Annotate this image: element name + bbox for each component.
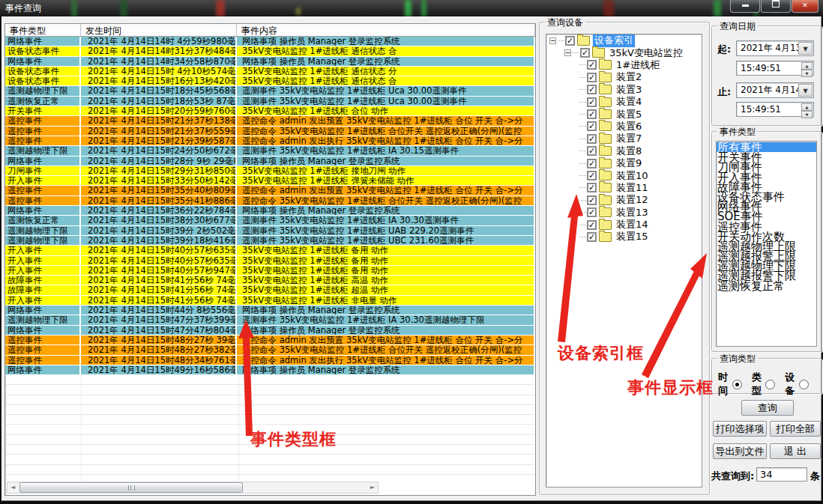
checkbox-checked-icon[interactable]: ✓ <box>587 207 597 217</box>
dropdown-arrow-icon[interactable]: ▼ <box>798 42 813 55</box>
table-row[interactable]: 遥控事件 2021年 4月14日15时21分37秒559毫秒 遥控命令 35kV… <box>5 127 535 136</box>
start-date-picker[interactable]: 2021年 4月13日 ▼ <box>736 40 814 56</box>
table-row[interactable]: 网络事件 2021年 4月14日15时44分 8秒556毫秒 网络事项 操作员 … <box>5 306 535 315</box>
tree-item-label[interactable]: 装置4 <box>615 95 643 109</box>
table-row[interactable]: 网络事件 2021年 4月14日15时36分22秒784毫秒 网络事项 操作员 … <box>5 206 535 216</box>
scrollbar-thumb[interactable] <box>19 482 243 493</box>
tree-item[interactable]: ✓ 装置10 <box>546 169 702 181</box>
tree-collapse-icon[interactable]: − <box>549 37 556 44</box>
tree-item-label[interactable]: 装置3 <box>615 83 643 97</box>
tree-item[interactable]: ✓ 装置9 <box>546 157 702 169</box>
table-row[interactable]: 故障事件 2021年 4月14日15时41分56秒 74毫秒 35kV变电站监控… <box>5 285 535 295</box>
event-type-list[interactable]: 所有事件开关事件刀闸事件开入事件故障事件设备状态事件网络事件SOE事件遥控事件开… <box>716 141 817 347</box>
table-row[interactable]: 网络事件 2021年 4月14日14时 4分59秒980毫秒 网络事项 操作员 … <box>5 37 535 46</box>
table-row[interactable]: 遥控事件 2021年 4月14日15时35分40秒809毫秒 遥控命令 admi… <box>5 186 535 195</box>
tree-item[interactable]: − ✓ 35kV变电站监控 <box>546 46 702 58</box>
checkbox-checked-icon[interactable]: ✓ <box>587 97 597 107</box>
scrollbar-track[interactable] <box>243 482 367 493</box>
tree-item-label[interactable]: 35kV变电站监控 <box>608 46 684 60</box>
radio-circle-icon[interactable] <box>765 380 775 389</box>
table-row[interactable]: 遥控事件 2021年 4月14日15时48分27秒 39毫秒 遥控命令 admi… <box>5 336 535 345</box>
tree-item[interactable]: ✓ 装置5 <box>546 108 702 120</box>
checkbox-checked-icon[interactable]: ✓ <box>580 48 590 58</box>
close-button[interactable]: ✕ <box>792 0 819 13</box>
table-row[interactable]: 遥测越物理下限 2021年 4月14日15时39分 2秒502毫秒 遥测事件 3… <box>5 226 535 236</box>
checkbox-checked-icon[interactable]: ✓ <box>587 121 597 131</box>
tree-item[interactable]: ✓ 装置12 <box>546 194 702 206</box>
radio-circle-icon[interactable] <box>732 380 742 389</box>
device-tree[interactable]: − ✓ 设备索引 − ✓ 35kV变电站监控 ✓ 1#进线柜 ✓ 装置2 ✓ 装… <box>546 34 702 488</box>
tree-collapse-icon[interactable]: − <box>564 49 571 56</box>
tree-item-label[interactable]: 装置14 <box>615 218 650 231</box>
tree-item-label[interactable]: 装置7 <box>615 132 643 145</box>
checkbox-checked-icon[interactable]: ✓ <box>587 159 597 168</box>
table-row[interactable]: 设备状态事件 2021年 4月14日15时 4分10秒574毫秒 35kV变电站… <box>5 67 535 76</box>
query-button[interactable]: 查询 <box>741 400 794 416</box>
tree-item[interactable]: ✓ 装置8 <box>546 145 702 157</box>
tree-item[interactable]: ✓ 装置6 <box>546 121 702 133</box>
table-row[interactable]: 遥控事件 2021年 4月14日15时35分41秒886毫秒 遥控命令 35kV… <box>5 196 535 206</box>
table-row[interactable]: 遥测越物理下限 2021年 4月14日15时18分45秒568毫秒 遥测事件 3… <box>5 86 535 96</box>
tree-item[interactable]: ✓ 装置4 <box>546 96 702 108</box>
table-row[interactable]: 遥测越物理下限 2021年 4月14日15时39分18秒416毫秒 遥测事件 3… <box>5 236 535 246</box>
tree-item-label[interactable]: 装置5 <box>615 108 643 121</box>
table-row[interactable]: 遥测越物理下限 2021年 4月14日15时24分50秒672毫秒 遥测事件 3… <box>5 146 535 156</box>
table-row[interactable]: 遥测恢复正常 2021年 4月14日15时38分30秒677毫秒 遥测事件 35… <box>5 216 535 225</box>
table-row[interactable]: 刀闸事件 2021年 4月14日15时29分31秒850毫秒 35kV变电站监控… <box>5 166 535 176</box>
table-row[interactable]: 开入事件 2021年 4月14日15时40分57秒947毫秒 35kV变电站监控… <box>5 266 535 276</box>
event-type-list-item[interactable]: 遥测恢复正常 <box>717 281 816 291</box>
table-row[interactable]: 遥控事件 2021年 4月14日15时21分39秒587毫秒 遥控命令 admi… <box>5 136 535 146</box>
table-row[interactable]: 故障事件 2021年 4月14日15时41分56秒 74毫秒 35kV变电站监控… <box>5 276 535 285</box>
radio-circle-icon[interactable] <box>799 380 809 389</box>
tree-item-label[interactable]: 装置2 <box>615 70 643 84</box>
query-type-radio[interactable]: 设备 <box>785 371 809 398</box>
column-header-event-type[interactable]: 事件类型 <box>5 24 81 36</box>
table-row[interactable]: 网络事件 2021年 4月14日15时49分16秒586毫秒 网络事项 操作员 … <box>5 365 535 375</box>
table-row[interactable]: 开入事件 2021年 4月14日15时40分57秒635毫秒 35kV变电站监控… <box>5 256 535 266</box>
end-date-picker[interactable]: 2021年 4月14日 ▼ <box>736 82 814 98</box>
query-type-radio[interactable]: 类型 <box>752 371 776 398</box>
spin-down-icon[interactable]: ▼ <box>801 111 813 118</box>
table-row[interactable]: 网络事件 2021年 4月14日15时28分 9秒 29毫秒 网络事项 操作员 … <box>5 157 535 166</box>
spin-down-icon[interactable]: ▼ <box>801 70 813 77</box>
checkbox-checked-icon[interactable]: ✓ <box>587 220 597 230</box>
table-row[interactable]: 遥控事件 2021年 4月14日15时48分34秒761毫秒 遥控命令 admi… <box>5 356 535 365</box>
table-row[interactable]: 遥测恢复正常 2021年 4月14日15时18分53秒 87毫秒 遥测事件 35… <box>5 97 535 106</box>
tree-item-label[interactable]: 装置11 <box>615 181 650 195</box>
table-row[interactable]: 开入事件 2021年 4月14日15时41分56秒 74毫秒 35kV变电站监控… <box>5 296 535 306</box>
start-time-spinner[interactable]: 15:49:51 ▲▼ <box>736 61 814 76</box>
table-row[interactable]: 遥控事件 2021年 4月14日15时48分27秒382毫秒 遥控命令 35kV… <box>5 345 535 355</box>
minimize-button[interactable] <box>730 0 760 13</box>
print-selected-button[interactable]: 打印选择项 <box>713 421 767 437</box>
dropdown-arrow-icon[interactable]: ▼ <box>798 84 813 97</box>
spin-up-icon[interactable]: ▲ <box>801 103 813 111</box>
tree-item[interactable]: ✓ 装置2 <box>546 71 702 83</box>
tree-item[interactable]: ✓ 装置7 <box>546 133 702 145</box>
tree-item[interactable]: ✓ 1#进线柜 <box>546 59 702 71</box>
table-row[interactable]: 网络事件 2021年 4月14日14时34分58秒870毫秒 网络事项 操作员 … <box>5 57 535 67</box>
maximize-button[interactable] <box>761 0 791 13</box>
checkbox-checked-icon[interactable]: ✓ <box>587 134 597 144</box>
result-count-field[interactable]: 34 <box>756 467 807 482</box>
end-time-spinner[interactable]: 15:49:51 ▲▼ <box>736 102 814 117</box>
scroll-right-arrow-icon[interactable]: ► <box>367 482 378 493</box>
tree-item-label[interactable]: 装置6 <box>615 120 643 133</box>
titlebar[interactable]: 事件查询 ✕ <box>0 0 823 16</box>
print-all-button[interactable]: 打印全部 <box>770 421 821 437</box>
tree-item-label[interactable]: 装置13 <box>615 206 650 219</box>
checkbox-checked-icon[interactable]: ✓ <box>565 36 575 46</box>
tree-item-label[interactable]: 装置8 <box>615 145 643 158</box>
checkbox-checked-icon[interactable]: ✓ <box>587 183 597 192</box>
table-row[interactable]: 设备状态事件 2021年 4月14日15时16分13秒420毫秒 35kV变电站… <box>5 76 535 86</box>
tree-item[interactable]: − ✓ 设备索引 <box>546 34 702 46</box>
checkbox-checked-icon[interactable]: ✓ <box>587 232 597 242</box>
table-row[interactable]: 开入事件 2021年 4月14日15时33分50秒142毫秒 35kV变电站监控… <box>5 176 535 186</box>
column-header-event-time[interactable]: 发生时间 <box>81 24 237 36</box>
table-row[interactable]: 遥控事件 2021年 4月14日15时21分37秒138毫秒 遥控命令 admi… <box>5 116 535 126</box>
tree-item[interactable]: ✓ 装置14 <box>546 219 702 231</box>
tree-item-label[interactable]: 装置15 <box>615 230 650 243</box>
checkbox-checked-icon[interactable]: ✓ <box>587 60 597 70</box>
tree-item-label[interactable]: 装置10 <box>615 169 650 183</box>
table-row[interactable]: 网络事件 2021年 4月14日15时47分47秒804毫秒 网络事项 操作员 … <box>5 326 535 336</box>
table-row[interactable]: 设备状态事件 2021年 4月14日14时31分37秒484毫秒 35kV变电站… <box>5 46 535 56</box>
